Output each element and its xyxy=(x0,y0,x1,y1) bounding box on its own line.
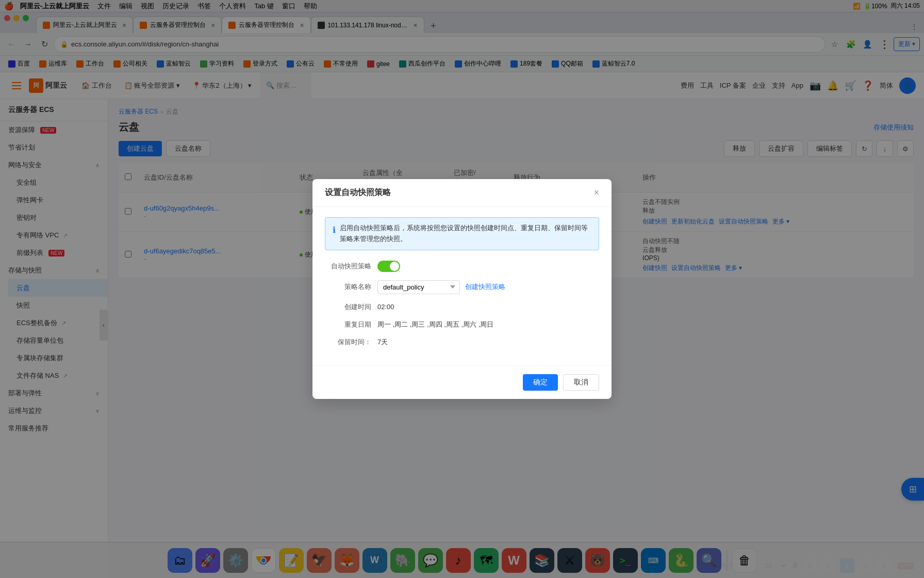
policy-name-select[interactable]: default_policy xyxy=(377,280,460,294)
policy-name-select-row: default_policy 创建快照策略 xyxy=(377,280,505,294)
form-row-auto-policy: 自动快照策略 xyxy=(325,261,599,272)
confirm-button[interactable]: 确定 xyxy=(523,374,558,391)
cancel-button[interactable]: 取消 xyxy=(563,374,599,391)
auto-snapshot-dialog: 设置自动快照策略 × ℹ 启用自动快照策略后，系统将按照您设置的快照创建时间点、… xyxy=(312,179,612,399)
form-row-create-time: 创建时间 02:00 xyxy=(325,302,599,312)
info-banner-text: 启用自动快照策略后，系统将按照您设置的快照创建时间点、重复日期、保留时间等策略来… xyxy=(340,223,591,245)
form-row-repeat-date: 重复日期 周一 ,周二 ,周三 ,周四 ,周五 ,周六 ,周日 xyxy=(325,320,599,329)
repeat-date-label: 重复日期 xyxy=(325,320,371,329)
create-time-label: 创建时间 xyxy=(325,302,371,312)
dialog-close-button[interactable]: × xyxy=(593,187,599,198)
auto-policy-label: 自动快照策略 xyxy=(325,262,371,271)
form-row-retention: 保留时间： 7天 xyxy=(325,338,599,347)
retention-label: 保留时间： xyxy=(325,338,371,347)
dialog-body: ℹ 启用自动快照策略后，系统将按照您设置的快照创建时间点、重复日期、保留时间等策… xyxy=(312,207,612,365)
policy-name-label: 策略名称 xyxy=(325,282,371,292)
retention-value: 7天 xyxy=(377,338,388,347)
dialog-footer: 确定 取消 xyxy=(312,365,612,399)
dialog-title: 设置自动快照策略 xyxy=(325,187,391,198)
info-banner: ℹ 启用自动快照策略后，系统将按照您设置的快照创建时间点、重复日期、保留时间等策… xyxy=(325,217,599,250)
create-policy-link[interactable]: 创建快照策略 xyxy=(465,282,505,292)
repeat-date-value: 周一 ,周二 ,周三 ,周四 ,周五 ,周六 ,周日 xyxy=(377,320,493,329)
create-time-value: 02:00 xyxy=(377,303,394,311)
form-row-policy-name: 策略名称 default_policy 创建快照策略 xyxy=(325,280,599,294)
info-icon: ℹ xyxy=(333,223,336,237)
dialog-header: 设置自动快照策略 × xyxy=(312,179,612,207)
dialog-overlay[interactable]: 设置自动快照策略 × ℹ 启用自动快照策略后，系统将按照您设置的快照创建时间点、… xyxy=(0,0,924,578)
auto-policy-toggle[interactable] xyxy=(377,261,400,272)
